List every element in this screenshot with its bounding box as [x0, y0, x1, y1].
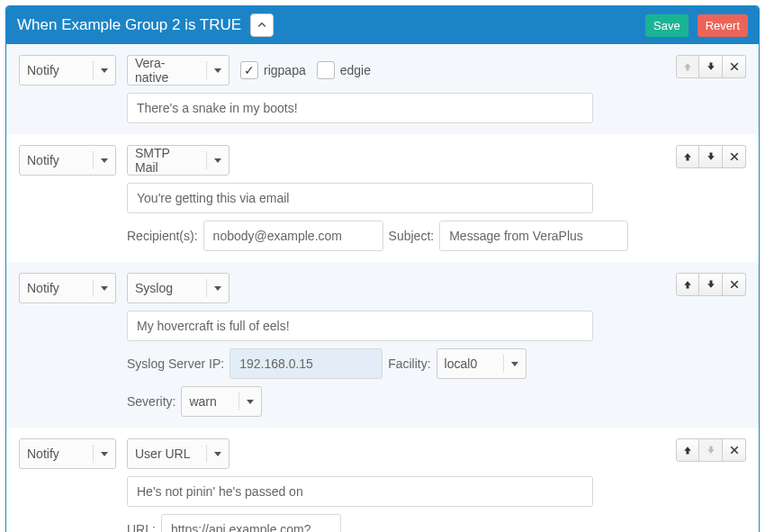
action-type-select[interactable]: Notify — [19, 438, 116, 469]
chevron-down-icon — [101, 452, 108, 456]
subject-label: Subject: — [389, 229, 435, 243]
row-controls — [676, 273, 746, 296]
url-label: URL: — [127, 522, 156, 532]
delete-button[interactable] — [723, 438, 746, 462]
panel-header: When Example Group 2 is TRUE Save Revert — [6, 6, 759, 44]
close-icon — [729, 151, 740, 162]
actions-list: Notify Vera-native rigpapa edgie — [6, 44, 759, 532]
subject-input[interactable] — [439, 221, 628, 251]
move-down-button[interactable] — [699, 273, 723, 296]
severity-select[interactable]: warn — [181, 386, 262, 417]
chevron-down-icon — [511, 362, 518, 366]
arrow-up-icon — [682, 279, 693, 290]
move-down-button[interactable] — [699, 55, 723, 78]
delete-button[interactable] — [723, 55, 746, 78]
message-input[interactable] — [127, 311, 593, 341]
chevron-down-icon — [214, 158, 221, 163]
method-value: Vera-native — [135, 56, 194, 85]
action-type-value: Notify — [27, 446, 59, 461]
action-row: Notify User URL URL: — [6, 428, 759, 532]
action-row: Notify SMTP Mail Recipient(s): Subject: — [6, 134, 759, 262]
chevron-up-icon — [256, 20, 267, 31]
facility-select[interactable]: local0 — [436, 348, 526, 379]
action-type-value: Notify — [27, 153, 59, 167]
close-icon — [729, 279, 740, 290]
checkbox-icon — [317, 61, 335, 79]
close-icon — [729, 445, 740, 455]
checkbox-label: edgie — [340, 63, 371, 77]
action-row: Notify Syslog Syslog Server IP: Facility… — [6, 262, 759, 428]
method-value: User URL — [135, 446, 190, 461]
chevron-down-icon — [214, 452, 221, 456]
chevron-down-icon — [214, 68, 221, 73]
row-controls — [676, 438, 746, 462]
message-input[interactable] — [127, 476, 593, 507]
chevron-down-icon — [101, 158, 108, 163]
activity-panel: When Example Group 2 is TRUE Save Revert… — [5, 5, 760, 532]
move-down-button[interactable] — [699, 145, 723, 168]
row-controls — [676, 55, 746, 78]
action-type-select[interactable]: Notify — [19, 273, 116, 303]
checkbox-label: rigpapa — [264, 63, 306, 77]
collapse-button[interactable] — [250, 14, 274, 37]
method-select[interactable]: SMTP Mail — [127, 145, 230, 176]
save-button[interactable]: Save — [645, 14, 688, 37]
chevron-down-icon — [101, 286, 108, 291]
arrow-down-icon — [706, 151, 716, 162]
method-value: SMTP Mail — [135, 146, 194, 175]
chevron-down-icon — [247, 400, 254, 404]
action-type-value: Notify — [27, 63, 59, 77]
syslog-ip-input[interactable] — [230, 348, 382, 379]
chevron-down-icon — [101, 68, 108, 73]
panel-title: When Example Group 2 is TRUE — [17, 16, 241, 34]
action-type-value: Notify — [27, 281, 59, 295]
user-checkbox-edgie[interactable]: edgie — [317, 61, 371, 79]
arrow-up-icon — [682, 445, 693, 455]
chevron-down-icon — [214, 286, 221, 291]
message-input[interactable] — [127, 93, 593, 123]
action-type-select[interactable]: Notify — [19, 145, 116, 176]
facility-label: Facility: — [388, 356, 430, 371]
arrow-up-icon — [682, 151, 693, 162]
arrow-down-icon — [706, 61, 716, 72]
delete-button[interactable] — [723, 273, 746, 296]
move-down-button — [699, 438, 723, 462]
recipients-input[interactable] — [203, 221, 383, 251]
arrow-up-icon — [682, 61, 693, 72]
close-icon — [729, 61, 740, 72]
row-controls — [676, 145, 746, 168]
revert-button[interactable]: Revert — [698, 14, 748, 37]
move-up-button[interactable] — [676, 438, 699, 462]
recipients-label: Recipient(s): — [127, 229, 198, 243]
url-input[interactable] — [161, 514, 341, 532]
method-select[interactable]: User URL — [127, 438, 230, 469]
syslog-ip-label: Syslog Server IP: — [127, 356, 224, 371]
move-up-button[interactable] — [676, 273, 699, 296]
move-up-button — [676, 55, 699, 78]
move-up-button[interactable] — [676, 145, 699, 168]
arrow-down-icon — [706, 279, 716, 290]
method-select[interactable]: Vera-native — [127, 55, 230, 86]
method-value: Syslog — [135, 281, 173, 295]
severity-label: Severity: — [127, 394, 176, 409]
action-type-select[interactable]: Notify — [19, 55, 116, 86]
severity-value: warn — [189, 394, 216, 409]
checkbox-icon — [240, 61, 258, 79]
user-checkbox-rigpapa[interactable]: rigpapa — [240, 61, 306, 79]
message-input[interactable] — [127, 183, 593, 213]
delete-button[interactable] — [723, 145, 746, 168]
facility-value: local0 — [445, 356, 478, 371]
method-select[interactable]: Syslog — [127, 273, 230, 303]
arrow-down-icon — [706, 445, 716, 455]
action-row: Notify Vera-native rigpapa edgie — [6, 44, 759, 134]
